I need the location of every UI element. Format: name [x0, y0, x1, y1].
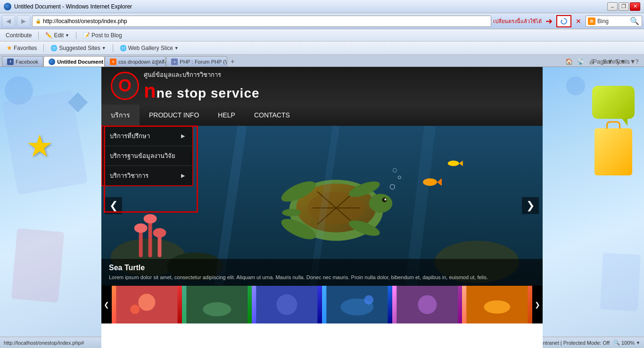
bing-label: Bing [597, 18, 629, 25]
favorites-bar: ★ Favorites 🌐 Suggested Sites ▼ 🌐 Web Ga… [0, 41, 644, 55]
one-letter: n [144, 80, 157, 102]
refresh-button[interactable] [556, 15, 571, 27]
minimize-button[interactable]: – [607, 2, 618, 11]
address-icon: 🔒 [35, 18, 41, 24]
tab-untitled-document[interactable]: Untitled Document ✕ [43, 56, 105, 66]
site-title-english: nne stop service [144, 80, 260, 102]
svg-point-44 [277, 294, 297, 315]
tab-facebook[interactable]: f Facebook [2, 56, 43, 66]
bing-icon: B [588, 17, 595, 25]
refresh-icon [560, 17, 568, 25]
nav-item-contacts[interactable]: CONTACTS [245, 105, 299, 125]
web-slice-item[interactable]: 🌐 Web Gallery Slice ▼ [117, 44, 182, 52]
nav-item-product[interactable]: PRODUCT INFO [140, 105, 208, 125]
address-bar[interactable]: 🔒 http://localhost/onestop/index.php [32, 16, 491, 27]
stop-button[interactable]: ✕ [573, 16, 584, 26]
webslice-label: Web Gallery Slice [128, 45, 173, 51]
slide-next-button[interactable]: ❯ [522, 197, 539, 214]
svg-point-40 [130, 305, 140, 314]
site-navigation: บริการ PRODUCT INFO HELP CONTACTS บริ [101, 105, 543, 125]
nav-contacts-label: CONTACTS [254, 111, 290, 119]
ie-tab-icon [49, 58, 55, 65]
post-icon: 📝 [83, 32, 90, 39]
tab-untitled-label: Untitled Document [57, 59, 103, 65]
academic-label: บริการวิชาการ [110, 171, 149, 181]
nav-item-help[interactable]: HELP [208, 105, 245, 125]
dropdown-item-consulting[interactable]: บริการที่ปรึกษา ▶ [102, 126, 192, 146]
slide-next-icon: ❯ [526, 199, 535, 212]
slide-caption: Sea Turtle Lorem ipsum dolor sit amet, c… [101, 259, 543, 286]
zoom-label: 100% [621, 340, 635, 346]
slide-previous-button[interactable]: ❮ [105, 197, 122, 214]
svg-point-47 [364, 295, 373, 305]
close-button[interactable]: ✕ [630, 2, 640, 11]
suggested-icon: 🌐 [50, 45, 58, 51]
svg-point-49 [418, 295, 437, 314]
rss-button[interactable]: 📡 [575, 56, 586, 66]
favorites-label: Favorites [14, 45, 37, 51]
bing-search-box[interactable]: B Bing 🔍 [586, 16, 642, 27]
svg-point-39 [138, 294, 155, 311]
slide-prev-icon: ❮ [109, 199, 118, 212]
thumbnail-next-button[interactable]: ❯ [532, 286, 543, 323]
nav-item-service[interactable]: บริการ [101, 105, 140, 125]
thumb-next-icon: ❯ [535, 301, 540, 308]
thumbnail-strip: ❮ [101, 286, 543, 323]
tab-css-dropdown[interactable]: e css dropdown อยู่หลังใ... ✕ [105, 56, 166, 66]
forward-button[interactable]: ▶ [17, 15, 30, 27]
edit-icon: ✏️ [45, 32, 52, 39]
edit-arrow-icon: ▼ [65, 33, 69, 38]
restore-button[interactable]: ❐ [619, 2, 629, 11]
title-bar: Untitled Document - Windows Internet Exp… [0, 0, 644, 13]
logo-letter: O [118, 77, 132, 94]
svg-point-8 [134, 224, 148, 233]
tab-php-forum[interactable]: e PHP : Forum PHP (Version... ✕ [166, 56, 227, 66]
thumbnail-6[interactable] [462, 286, 532, 323]
svg-point-42 [203, 302, 231, 316]
window-title: Untitled Document - Windows Internet Exp… [14, 3, 132, 10]
tab-php-label: PHP : Forum PHP (Version... [180, 59, 227, 65]
home-button[interactable]: 🏠 [564, 56, 574, 66]
suggested-arrow-icon: ▼ [102, 46, 106, 50]
back-button[interactable]: ◀ [2, 15, 15, 27]
post-label: Post to Blog [91, 32, 122, 39]
suggested-sites-item[interactable]: 🌐 Suggested Sites ▼ [48, 44, 108, 52]
contribute-item[interactable]: Contribute [4, 31, 33, 40]
thumbnail-3[interactable] [252, 286, 322, 323]
edit-item[interactable]: ✏️ Edit ▼ [43, 31, 71, 40]
post-to-blog-item[interactable]: 📝 Post to Blog [81, 31, 124, 40]
status-zoom[interactable]: 🔍 100% ▼ [613, 340, 640, 346]
new-tab-button[interactable]: + [227, 56, 238, 66]
navigation-bar: ◀ ▶ 🔒 http://localhost/onestop/index.php… [0, 13, 644, 29]
dropdown-item-database[interactable]: บริการฐานข้อมูลงานวิจัย [102, 146, 192, 166]
dropdown-item-academic[interactable]: บริการวิชาการ ▶ [102, 166, 192, 185]
thumbnail-5[interactable] [392, 286, 462, 323]
thumbnail-1[interactable] [112, 286, 182, 323]
webslice-icon: 🌐 [120, 45, 127, 51]
cmd-separator-2 [76, 32, 76, 39]
window-controls: – ❐ ✕ [607, 2, 640, 11]
command-bar: Contribute ✏️ Edit ▼ 📝 Post to Blog [0, 29, 644, 41]
slide-caption-text: Lorem ipsum dolor sit amet, consectetur … [109, 274, 535, 281]
svg-point-10 [153, 228, 166, 238]
dropdown-menu: บริการที่ปรึกษา ▶ บริการฐานข้อมูลงานวิจั… [101, 125, 193, 186]
help-button[interactable]: ? [632, 56, 642, 66]
site-title-thai: ศูนย์ข้อมูลและบริการวิชาการ [144, 70, 260, 80]
suggested-label: Suggested Sites [59, 45, 100, 51]
fav-separator-2 [113, 44, 113, 52]
favorites-item[interactable]: ★ Favorites [4, 43, 40, 52]
dropdown-arrow-2-icon: ▶ [181, 173, 185, 179]
thumbnail-4[interactable] [322, 286, 392, 323]
site-header: O ศูนย์ข้อมูลและบริการวิชาการ nne stop s… [101, 67, 543, 105]
website: ★ O [0, 67, 644, 348]
nav-service-label: บริการ [111, 110, 130, 120]
star-decoration: ★ [26, 128, 53, 164]
thumbnail-previous-button[interactable]: ❮ [101, 286, 112, 323]
tools-menu-button[interactable]: Tools ▼ [620, 56, 631, 66]
thumbnail-2[interactable] [182, 286, 252, 323]
site-logo: O [111, 72, 139, 100]
slide-caption-title: Sea Turtle [109, 264, 535, 272]
facebook-tab-icon: f [7, 58, 14, 65]
database-label: บริการฐานข้อมูลงานวิจัย [110, 151, 175, 161]
bing-search-button[interactable]: 🔍 [629, 16, 640, 26]
